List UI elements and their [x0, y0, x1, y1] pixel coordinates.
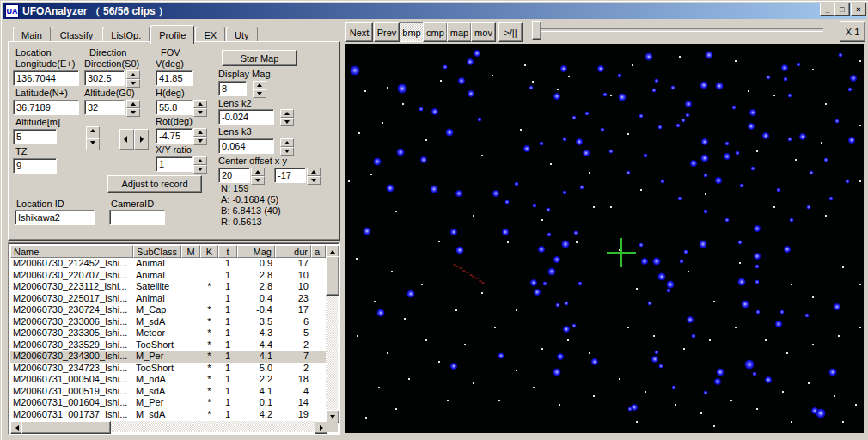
detected-star: [842, 421, 844, 423]
center-offset-x-input[interactable]: [218, 168, 250, 183]
table-row[interactable]: M20060730_233006_Ishi...M_sdA*13.56: [10, 316, 327, 328]
app-icon[interactable]: UA: [5, 4, 19, 18]
table-row[interactable]: M20060730_230724_Ishi...M_Cap*1-0.417: [10, 304, 327, 316]
table-row[interactable]: M20060730_234723_Ishi...TooShort*15.02: [10, 363, 327, 375]
table-row[interactable]: M20060730_225017_Ishi...Animal10.423: [10, 293, 327, 305]
nudge-left-icon[interactable]: [119, 129, 134, 150]
nudge-down-icon[interactable]: [86, 138, 100, 150]
lens-k3-input[interactable]: [218, 138, 274, 154]
toolbar-button-map[interactable]: map: [447, 22, 472, 42]
spin-down-icon[interactable]: [307, 176, 321, 185]
catalog-star: [661, 180, 665, 184]
spin-up-icon[interactable]: [193, 100, 207, 108]
horizontal-scrollbar-thumb[interactable]: [21, 421, 111, 434]
minimize-button[interactable]: _: [820, 3, 835, 16]
spin-down-icon[interactable]: [193, 165, 207, 174]
spin-down-icon[interactable]: [253, 89, 266, 98]
catalog-star: [751, 167, 755, 171]
column-header-k[interactable]: K: [200, 245, 218, 258]
spin-down-icon[interactable]: [280, 118, 294, 126]
camera-id-input[interactable]: [109, 210, 165, 225]
table-row[interactable]: M20060731_000519_Ishi...M_sdA*14.14: [10, 386, 327, 398]
toolbar-button-cmp[interactable]: cmp: [423, 22, 448, 42]
tab-uty[interactable]: Uty: [226, 27, 258, 42]
tab-profile[interactable]: Profile: [150, 25, 194, 44]
maximize-button[interactable]: □: [834, 3, 850, 16]
tab-main[interactable]: Main: [13, 27, 51, 42]
fov-rot-input[interactable]: [156, 128, 193, 144]
column-header-dur[interactable]: dur: [275, 245, 311, 258]
spin-up-icon[interactable]: [193, 128, 207, 137]
altitude-m-input[interactable]: [13, 129, 57, 144]
column-header-t[interactable]: t: [218, 245, 237, 258]
tz-input[interactable]: [13, 158, 57, 174]
direction-s0-input[interactable]: [84, 70, 125, 86]
spin-up-icon[interactable]: [193, 156, 207, 165]
toolbar-button-bmp[interactable]: bmp: [400, 22, 424, 42]
table-cell: 17: [275, 304, 311, 316]
center-offset-y-input[interactable]: [274, 168, 306, 183]
table-cell: M20060730_230724_Ishi...: [10, 304, 133, 316]
zoom-button[interactable]: X 1: [840, 21, 865, 42]
fov-h-spinner: [193, 100, 207, 117]
title-bar[interactable]: UA UFOAnalyzer （ 56/56 clips ）: [3, 3, 866, 19]
longitude-input[interactable]: [13, 70, 79, 86]
location-id-input[interactable]: [15, 210, 95, 225]
direction-g0-input[interactable]: [84, 100, 125, 115]
table-row[interactable]: M20060730_212452_Ishi...Animal10.917: [10, 258, 327, 270]
table-row[interactable]: M20060731_000504_Ishi...M_ndA*12.218: [10, 374, 327, 386]
spin-up-icon[interactable]: [251, 168, 265, 176]
latitude-input[interactable]: [13, 100, 79, 115]
spin-up-icon[interactable]: [307, 168, 321, 176]
table-row[interactable]: M20060730_234300_Ishi...M_Per*14.17: [10, 351, 327, 363]
frame-slider-track[interactable]: [535, 28, 823, 32]
catalog-star: [738, 241, 743, 245]
spin-up-icon[interactable]: [253, 81, 266, 89]
table-row[interactable]: M20060730_223112_Ishi...Satellite*12.810: [10, 281, 327, 293]
tab-listop[interactable]: ListOp.: [102, 27, 150, 42]
spin-down-icon[interactable]: [126, 79, 140, 88]
star-map[interactable]: [345, 44, 864, 433]
fov-xy-input[interactable]: [156, 156, 193, 172]
toolbar-button-Next[interactable]: Next: [345, 22, 373, 42]
toolbar-button-mov[interactable]: mov: [471, 22, 496, 42]
table-row[interactable]: M20060730_233305_Ishi...Meteor*14.35: [10, 327, 327, 339]
table-cell: *: [200, 397, 218, 409]
spin-up-icon[interactable]: [126, 100, 140, 108]
spin-down-icon[interactable]: [126, 108, 140, 117]
nudge-right-icon[interactable]: [134, 129, 149, 150]
spin-down-icon[interactable]: [193, 108, 207, 117]
catalog-star: [572, 324, 577, 328]
star-map-button[interactable]: Star Map: [222, 50, 297, 66]
table-row[interactable]: M20060730_233529_Ishi...TooShort*14.42: [10, 339, 327, 351]
nudge-up-icon[interactable]: [86, 126, 100, 138]
toolbar-button-[interactable]: >/||: [498, 22, 523, 42]
spin-down-icon[interactable]: [280, 147, 294, 156]
spin-up-icon[interactable]: [126, 70, 140, 79]
adjust-to-record-button[interactable]: Adjust to record: [107, 175, 202, 192]
spin-up-icon[interactable]: [280, 109, 294, 118]
close-button[interactable]: ×: [851, 3, 866, 16]
column-header-mag[interactable]: Mag: [237, 245, 275, 258]
table-row[interactable]: M20060730_220707_Ishi...Animal12.810: [10, 270, 327, 282]
lens-k2-input[interactable]: [218, 109, 274, 125]
catalog-star: [775, 321, 782, 327]
tab-classify[interactable]: Classify: [52, 27, 102, 42]
spin-up-icon[interactable]: [280, 138, 294, 147]
table-row[interactable]: M20060731_001737_Ishi...M_sdA*14.219: [10, 409, 327, 419]
column-header-subclass[interactable]: SubClass: [133, 245, 181, 258]
display-mag-input[interactable]: [218, 81, 247, 96]
frame-slider-thumb[interactable]: [532, 21, 541, 40]
column-header-m[interactable]: M: [181, 245, 200, 258]
vertical-scrollbar-thumb[interactable]: [326, 256, 339, 296]
spin-down-icon[interactable]: [193, 137, 207, 145]
column-header-a[interactable]: a: [311, 245, 326, 258]
table-row[interactable]: M20060731_001604_Ishi...M_Per*10.114: [10, 397, 327, 409]
fov-v-input[interactable]: [156, 70, 193, 86]
column-header-name[interactable]: Name: [10, 245, 133, 258]
toolbar-button-Prev[interactable]: Prev: [374, 22, 400, 42]
table-cell: 18: [275, 374, 311, 386]
spin-down-icon[interactable]: [251, 176, 265, 185]
fov-h-input[interactable]: [156, 100, 193, 115]
tab-ex[interactable]: EX: [195, 27, 225, 42]
